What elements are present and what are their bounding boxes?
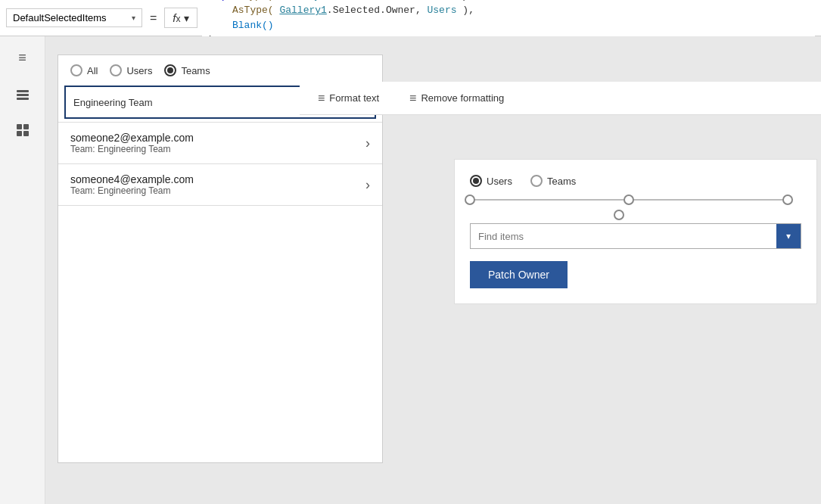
list-item-1-text: someone2@example.com Team: Engineering T… (70, 132, 194, 154)
left-sidebar: ≡ (0, 36, 45, 504)
list-item-2-arrow-icon: › (365, 177, 370, 193)
remove-formatting-label: Remove formatting (421, 92, 504, 104)
right-radio-users-circle (470, 175, 482, 187)
right-radio-users-label: Users (487, 176, 512, 187)
list-item-2-text: someone4@example.com Team: Engineering T… (70, 173, 194, 196)
sidebar-icon-layers[interactable] (11, 82, 35, 106)
app-canvas: All Users Teams Engineering Team ▾ (58, 54, 383, 463)
list-item-1-arrow-icon: › (365, 135, 370, 151)
sidebar-icon-grid[interactable] (11, 118, 35, 142)
right-radio-users[interactable]: Users (470, 175, 512, 187)
list-item-1-team: Team: Engineering Team (70, 144, 194, 154)
svg-rect-3 (17, 124, 22, 129)
list-item-1-email: someone2@example.com (70, 132, 194, 144)
radio-all[interactable]: All (70, 64, 98, 76)
find-items-input[interactable] (471, 226, 776, 247)
formula-dropdown-chevron: ▾ (132, 14, 135, 22)
slider-handle-mid[interactable] (624, 194, 634, 205)
svg-rect-1 (17, 94, 29, 96)
code-line-2: AsType( Gallery1.Selected.Owner, Users )… (208, 3, 809, 18)
sidebar-icon-menu[interactable]: ≡ (11, 45, 35, 70)
fx-label: fx (173, 11, 180, 24)
svg-rect-4 (23, 124, 29, 129)
radio-users[interactable]: Users (110, 64, 152, 76)
remove-formatting-icon: ≡ (409, 92, 416, 105)
radio-users-circle (110, 64, 122, 76)
right-radio-teams-circle (530, 175, 543, 187)
list-item-2-team: Team: Engineering Team (70, 185, 194, 196)
find-items-row: ▾ (470, 223, 801, 249)
format-text-icon: ≡ (318, 92, 325, 105)
radio-all-circle (70, 64, 82, 76)
code-line-3: Blank() (208, 18, 809, 33)
find-items-dropdown-button[interactable]: ▾ (776, 224, 801, 248)
format-text-label: Format text (329, 92, 379, 104)
equals-sign: = (147, 11, 160, 25)
list-item[interactable]: someone4@example.com Team: Engineering T… (58, 163, 382, 205)
remove-formatting-button[interactable]: ≡ Remove formatting (403, 89, 510, 108)
svg-rect-6 (23, 131, 29, 136)
fx-arrow-icon: ▾ (184, 12, 189, 24)
slider-handle-bottom[interactable] (614, 210, 624, 220)
list-item-2-email: someone4@example.com (70, 173, 194, 185)
radio-teams[interactable]: Teams (164, 64, 210, 76)
empty-list-area (58, 205, 382, 356)
radio-teams-label: Teams (181, 65, 210, 76)
left-radio-group: All Users Teams (58, 55, 382, 86)
formula-bar: DefaultSelectedItems ▾ = fx ▾ If( IsType… (0, 0, 821, 36)
radio-all-label: All (87, 65, 98, 76)
toolbar-row: ≡ Format text ≡ Remove formatting (300, 82, 821, 115)
right-panel: Users Teams (454, 159, 817, 304)
fx-button[interactable]: fx ▾ (164, 8, 197, 28)
right-radio-group: Users Teams (470, 175, 801, 187)
svg-rect-5 (17, 131, 22, 136)
slider-track (470, 199, 788, 201)
slider-handle-right[interactable] (782, 194, 793, 205)
radio-teams-circle (164, 64, 176, 76)
right-radio-teams-label: Teams (547, 176, 576, 187)
list-item[interactable]: someone2@example.com Team: Engineering T… (58, 122, 382, 163)
radio-users-label: Users (126, 65, 152, 76)
slider-handle-left[interactable] (465, 194, 475, 205)
formula-dropdown[interactable]: DefaultSelectedItems ▾ (6, 8, 142, 27)
svg-rect-0 (17, 90, 29, 92)
format-text-button[interactable]: ≡ Format text (312, 89, 385, 108)
formula-dropdown-label: DefaultSelectedItems (13, 12, 107, 23)
svg-rect-2 (17, 98, 29, 100)
slider-container[interactable] (470, 199, 788, 220)
patch-owner-button[interactable]: Patch Owner (470, 261, 568, 288)
right-radio-teams[interactable]: Teams (530, 175, 576, 187)
